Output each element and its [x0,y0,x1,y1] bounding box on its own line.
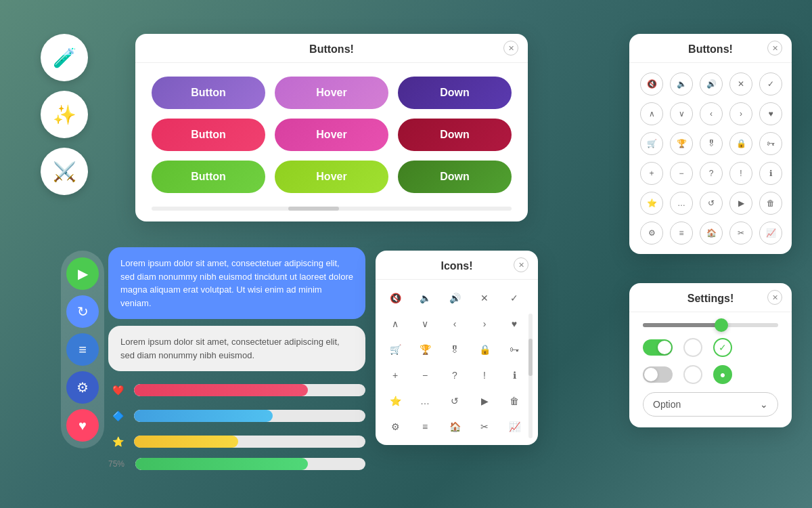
icon-medal[interactable]: 🎖 [446,341,464,358]
dropdown-arrow-icon: ⌄ [760,399,768,410]
icon-x[interactable]: ✕ [476,289,493,307]
icon-vol-low[interactable]: 🔈 [416,289,434,307]
settings-panel-header: Settings! ✕ [629,283,792,312]
icon-exclaim[interactable]: ! [476,366,493,384]
icon-btn-close[interactable]: ✕ [729,72,752,96]
icon-btn-heart[interactable]: ♥ [759,102,782,125]
icon-dots[interactable]: … [416,392,434,410]
buttons-panel-right-close[interactable]: ✕ [767,41,782,56]
icon-btn-exclaim[interactable]: ! [729,162,752,185]
sidebar-icon-wand[interactable]: ✨ [41,91,88,138]
btn-button-green[interactable]: Button [152,161,265,193]
icon-btn-left[interactable]: ‹ [700,102,723,125]
settings-panel-close[interactable]: ✕ [767,290,782,305]
toggle-on[interactable] [643,339,673,356]
icon-trophy[interactable]: 🏆 [416,341,434,358]
nav-play-button[interactable]: ▶ [66,257,99,290]
icon-btn-gear[interactable]: ⚙ [640,221,663,245]
radio-empty-2[interactable] [683,365,702,384]
dropdown-option[interactable]: Option ⌄ [643,392,778,417]
icon-plus[interactable]: + [386,366,404,384]
btn-button-red[interactable]: Button [152,119,265,151]
icon-vol-mute[interactable]: 🔇 [386,289,404,307]
icon-btn-scissors[interactable]: ✂ [729,221,752,245]
icon-home[interactable]: 🏠 [446,418,464,436]
scrollbar-thumb[interactable] [288,207,338,211]
icon-gear[interactable]: ⚙ [386,418,404,436]
toggle-off-thumb [644,368,658,381]
icon-btn-cart[interactable]: 🛒 [640,132,663,155]
icons-panel-close[interactable]: ✕ [514,257,528,272]
icon-check[interactable]: ✓ [505,289,523,307]
icon-btn-down[interactable]: ∨ [670,102,693,125]
icon-left[interactable]: ‹ [446,315,464,333]
btn-hover-pink[interactable]: Hover [275,77,388,109]
icon-btn-play[interactable]: ▶ [729,192,752,215]
icons-scrollbar-thumb [528,339,533,376]
buttons-panel-top-close[interactable]: ✕ [503,41,518,56]
sidebar-icon-potion[interactable]: 🧪 [41,34,88,81]
icon-lock[interactable]: 🔒 [476,341,493,358]
nav-menu-button[interactable]: ≡ [66,333,99,366]
icon-btn-vol-mute[interactable]: 🔇 [640,72,663,96]
icon-btn-undo[interactable]: ↺ [700,192,723,215]
icon-btn-vol-high[interactable]: 🔊 [700,72,723,96]
icon-right[interactable]: › [476,315,493,333]
icon-key[interactable]: 🗝 [505,341,523,358]
icon-scissors[interactable]: ✂ [476,418,493,436]
sidebar-icon-swords[interactable]: ⚔️ [41,148,88,195]
icon-info[interactable]: ℹ [505,366,523,384]
icon-btn-lock[interactable]: 🔒 [729,132,752,155]
icon-btn-up[interactable]: ∧ [640,102,663,125]
icon-heart[interactable]: ♥ [505,315,523,333]
nav-refresh-button[interactable]: ↻ [66,295,99,328]
icon-trash[interactable]: 🗑 [505,392,523,410]
icons-scrollbar[interactable] [528,314,533,438]
icon-star[interactable]: ⭐ [386,392,404,410]
icon-cart[interactable]: 🛒 [386,341,404,358]
slider-track[interactable] [643,323,778,327]
checkbox-filled[interactable]: ● [713,365,732,384]
icon-btn-medal[interactable]: 🎖 [700,132,723,155]
icon-btn-question[interactable]: ? [700,162,723,185]
icon-question[interactable]: ? [446,366,464,384]
icon-btn-plus[interactable]: + [640,162,663,185]
nav-heart-button[interactable]: ♥ [66,409,99,442]
icon-btn-home[interactable]: 🏠 [700,221,723,245]
buttons-panel-top-title: Buttons! [309,43,354,56]
btn-down-green[interactable]: Down [398,161,512,193]
icon-chart[interactable]: 📈 [505,418,523,436]
nav-settings-button[interactable]: ⚙ [66,371,99,404]
icon-btn-dots[interactable]: … [670,192,693,215]
icon-btn-trophy[interactable]: 🏆 [670,132,693,155]
slider-thumb[interactable] [715,318,728,332]
btn-down-purple[interactable]: Down [398,77,512,109]
icon-btn-star[interactable]: ⭐ [640,192,663,215]
icon-btn-list[interactable]: ≡ [670,221,693,245]
icon-down[interactable]: ∨ [416,315,434,333]
progress-level-fill [135,458,308,470]
icon-list[interactable]: ≡ [416,418,434,436]
icon-btn-key[interactable]: 🗝 [759,132,782,155]
icon-up[interactable]: ∧ [386,315,404,333]
icon-btn-vol-low[interactable]: 🔈 [670,72,693,96]
btn-hover-lime[interactable]: Hover [275,161,388,193]
radio-empty-1[interactable] [683,338,702,357]
toggle-off[interactable] [643,366,673,383]
icon-vol-high[interactable]: 🔊 [446,289,464,307]
icon-btn-minus[interactable]: − [670,162,693,185]
icon-btn-check[interactable]: ✓ [759,72,782,96]
icon-btn-trash[interactable]: 🗑 [759,192,782,215]
slider-fill [643,323,724,327]
btn-down-red[interactable]: Down [398,119,512,151]
icon-undo[interactable]: ↺ [446,392,464,410]
btn-button-purple[interactable]: Button [152,77,265,109]
icon-btn-info[interactable]: ℹ [759,162,782,185]
btn-hover-magenta[interactable]: Hover [275,119,388,151]
icon-btn-chart[interactable]: 📈 [759,221,782,245]
icon-btn-right[interactable]: › [729,102,752,125]
scrollbar-track[interactable] [152,207,512,211]
icon-play[interactable]: ▶ [476,392,493,410]
checkbox-checked[interactable]: ✓ [713,338,732,357]
icon-minus[interactable]: − [416,366,434,384]
